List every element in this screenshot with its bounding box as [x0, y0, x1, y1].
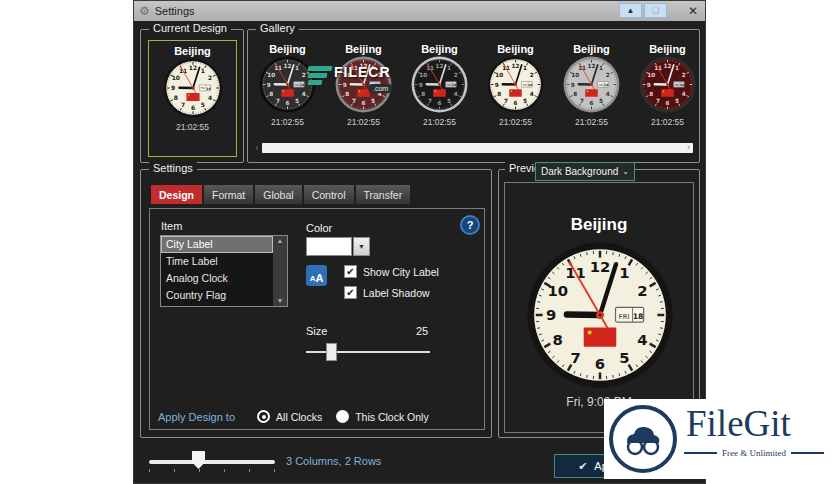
preview-city: Beijing [505, 215, 693, 235]
svg-text:10: 10 [419, 72, 427, 78]
filegit-tagline: Free & Unlimited [684, 448, 824, 458]
radio-all-clocks[interactable]: All Clocks [257, 410, 322, 423]
columns-slider-thumb[interactable] [192, 451, 205, 469]
gallery-tile-4[interactable]: Beijing12456789101112FRI1821:02:55 [479, 40, 552, 128]
svg-text:FRI: FRI [619, 313, 630, 321]
close-button[interactable]: ✕ [684, 2, 702, 19]
svg-text:FRI: FRI [675, 84, 679, 87]
current-design-group: Current Design Beijing 12456789101112FRI… [140, 29, 244, 163]
svg-text:12: 12 [588, 63, 596, 69]
svg-text:5: 5 [523, 98, 527, 104]
tab-design[interactable]: Design [151, 185, 202, 204]
size-slider[interactable] [306, 343, 430, 361]
svg-text:7: 7 [181, 101, 185, 108]
list-item-country-flag[interactable]: Country Flag [161, 287, 273, 304]
gallery-tile-time: 21:02:55 [651, 117, 684, 128]
tab-control[interactable]: Control [304, 185, 354, 204]
size-label: Size [306, 325, 327, 337]
size-slider-thumb[interactable] [326, 343, 337, 361]
radio-button[interactable] [257, 410, 270, 423]
svg-text:8: 8 [345, 91, 349, 97]
svg-text:9: 9 [546, 306, 556, 323]
gallery-scroll-track[interactable]: › [262, 143, 693, 153]
list-item-analog-clock[interactable]: Analog Clock [161, 270, 273, 287]
gallery-label: Gallery [256, 22, 299, 34]
svg-text:FRI: FRI [599, 84, 603, 87]
svg-text:7: 7 [352, 98, 356, 104]
gallery-tile-3[interactable]: Beijing12456789101112FRI1821:02:55 [403, 40, 476, 128]
tray-button[interactable]: ❏ [644, 3, 667, 18]
checkbox-row-label-shadow[interactable]: ✔Label Shadow [344, 286, 430, 299]
size-slider-track[interactable] [306, 351, 430, 353]
svg-text:18: 18 [633, 312, 644, 321]
radio-label: This Clock Only [355, 411, 429, 423]
scroll-up-icon[interactable]: ▲ [277, 236, 284, 246]
scroll-down-icon[interactable]: ▼ [277, 296, 284, 306]
color-swatch-field[interactable] [306, 237, 352, 256]
svg-text:5: 5 [675, 98, 679, 104]
color-dropdown-button[interactable]: ▼ [353, 237, 370, 256]
collapse-button[interactable]: ▲ [619, 3, 642, 18]
svg-text:2: 2 [454, 72, 458, 78]
svg-text:FRI: FRI [295, 84, 299, 87]
help-button[interactable]: ? [460, 215, 480, 235]
item-label: Item [161, 220, 182, 232]
svg-text:10: 10 [571, 72, 579, 78]
checkbox[interactable]: ✔ [344, 265, 357, 278]
svg-text:5: 5 [599, 98, 603, 104]
svg-text:9: 9 [571, 82, 575, 88]
current-design-label: Current Design [149, 22, 231, 34]
list-item-time-label[interactable]: Time Label [161, 253, 273, 270]
svg-text:1: 1 [675, 65, 679, 71]
gallery-tile-6[interactable]: Beijing12456789101112FRI1821:02:55 [631, 40, 704, 128]
svg-text:10: 10 [647, 72, 655, 78]
scroll-left-icon[interactable]: ‹ [252, 143, 262, 153]
svg-text:18: 18 [680, 83, 684, 87]
svg-text:2: 2 [530, 72, 534, 78]
svg-text:FRI: FRI [200, 86, 204, 90]
svg-text:9: 9 [495, 82, 499, 88]
tab-format[interactable]: Format [204, 185, 253, 204]
svg-text:1: 1 [599, 65, 603, 71]
svg-text:12: 12 [512, 63, 520, 69]
font-button[interactable]: A A [306, 265, 327, 286]
scroll-right-icon[interactable]: › [687, 143, 693, 152]
svg-text:2: 2 [208, 74, 212, 81]
background-select[interactable]: Dark Background ⌄ [535, 162, 635, 181]
item-list-scrollbar[interactable]: ▲ ▼ [273, 236, 287, 306]
svg-text:FRI: FRI [523, 84, 527, 87]
svg-text:4: 4 [530, 91, 534, 97]
checkbox-label: Show City Label [363, 266, 439, 278]
svg-text:10: 10 [267, 72, 275, 78]
tab-transfer[interactable]: Transfer [356, 185, 411, 204]
svg-text:7: 7 [428, 98, 432, 104]
radio-button[interactable] [336, 410, 349, 423]
color-combobox: ▼ [306, 237, 370, 256]
svg-text:8: 8 [421, 91, 425, 97]
svg-text:2: 2 [637, 282, 647, 299]
tab-global[interactable]: Global [255, 185, 301, 204]
svg-text:9: 9 [267, 82, 271, 88]
gallery-tile-5[interactable]: Beijing12456789101112FRI1821:02:55 [555, 40, 628, 128]
svg-text:1: 1 [523, 65, 527, 71]
filegit-name: FileGit [686, 402, 791, 445]
gallery-tile-clock: 12456789101112FRI18 [411, 56, 468, 117]
svg-text:FRI: FRI [447, 84, 451, 87]
svg-text:1: 1 [447, 65, 451, 71]
svg-text:8: 8 [497, 91, 501, 97]
settings-group: Settings DesignFormatGlobalControlTransf… [140, 169, 492, 438]
list-item-city-label[interactable]: City Label [161, 236, 273, 253]
color-label: Color [306, 222, 332, 234]
svg-text:18: 18 [206, 87, 210, 91]
gallery-scrollbar[interactable]: ‹ › [252, 142, 693, 153]
columns-slider-track[interactable] [149, 460, 275, 464]
radio-this-clock-only[interactable]: This Clock Only [336, 410, 429, 423]
svg-text:9: 9 [419, 82, 423, 88]
gallery-tile-city: Beijing [421, 42, 458, 56]
svg-text:6: 6 [190, 104, 194, 111]
svg-text:5: 5 [371, 98, 375, 104]
current-design-tile[interactable]: Beijing 12456789101112FRI18 21:02:55 [148, 40, 237, 157]
checkbox[interactable]: ✔ [344, 286, 357, 299]
gear-icon: ⚙ [139, 5, 150, 17]
checkbox-row-show-city-label[interactable]: ✔Show City Label [344, 265, 439, 278]
